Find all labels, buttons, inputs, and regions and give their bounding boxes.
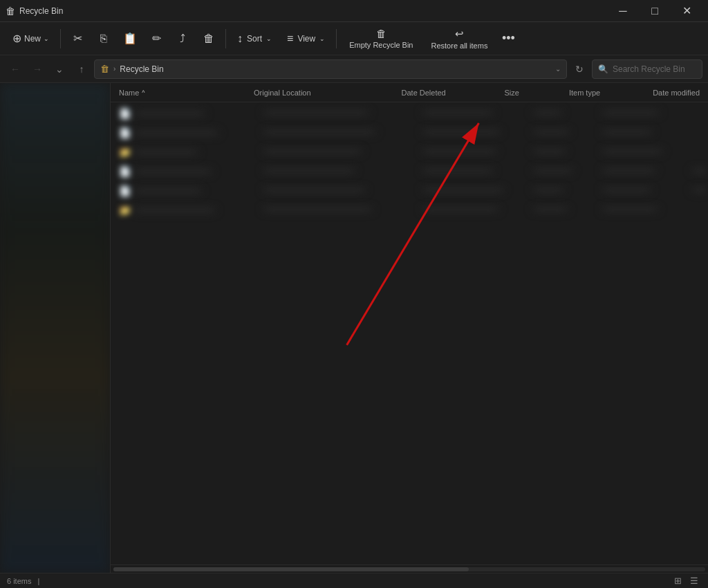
scroll-thumb <box>113 567 469 571</box>
window-title: Recycle Bin <box>19 6 63 16</box>
column-header-name[interactable]: Name ^ <box>113 83 248 102</box>
view-label: View <box>297 34 315 44</box>
main-container: Name ^ Original Location Date Deleted Si… <box>0 83 708 573</box>
annotation-arrow <box>111 102 708 380</box>
table-row[interactable]: 📁 <box>111 143 708 162</box>
table-row[interactable]: 📄 <box>111 123 708 143</box>
window-controls: ─ □ ✕ <box>607 0 702 22</box>
delete-button[interactable]: 🗑 <box>196 26 221 51</box>
title-bar-left: 🗑 Recycle Bin <box>6 6 63 17</box>
share-button[interactable]: ⤴ <box>170 26 195 51</box>
view-icon: ≡ <box>287 33 293 45</box>
file-icon: 📄 <box>119 108 131 119</box>
empty-recycle-label: Empty Recycle Bin <box>349 41 413 49</box>
file-icon: 📁 <box>119 205 131 216</box>
table-row[interactable]: 📄 <box>111 104 708 123</box>
scroll-track <box>113 567 705 571</box>
title-bar: 🗑 Recycle Bin ─ □ ✕ <box>0 0 708 22</box>
new-chevron-icon: ⌄ <box>44 35 49 42</box>
search-box[interactable]: 🔍 Search Recycle Bin <box>592 59 702 79</box>
file-icon: 📄 <box>119 127 131 138</box>
refresh-button[interactable]: ↻ <box>570 59 589 79</box>
toolbar-separator-1 <box>60 29 61 48</box>
sort-arrow-icon: ^ <box>142 89 145 96</box>
sort-button[interactable]: ↕ Sort ⌄ <box>230 25 279 53</box>
restore-all-label: Restore all items <box>431 42 487 50</box>
view-button[interactable]: ≡ View ⌄ <box>280 25 332 53</box>
table-row[interactable]: 📄 <box>111 162 708 181</box>
new-icon: ⊕ <box>12 32 21 45</box>
new-button[interactable]: ⊕ New ⌄ <box>6 25 56 53</box>
restore-all-button[interactable]: ↩ Restore all items <box>422 25 496 53</box>
address-dropdown-icon: ⌄ <box>555 65 561 73</box>
search-icon: 🔍 <box>598 64 608 74</box>
more-options-button[interactable]: ••• <box>497 26 519 51</box>
forward-button[interactable]: → <box>28 59 47 79</box>
file-icon: 📄 <box>119 166 131 177</box>
copy-button[interactable]: ⎘ <box>91 26 116 51</box>
file-icon: 📄 <box>119 185 131 196</box>
recent-locations-button[interactable]: ⌄ <box>50 59 69 79</box>
address-input[interactable]: 🗑 › Recycle Bin ⌄ <box>94 59 567 79</box>
horizontal-scrollbar[interactable] <box>111 564 708 573</box>
view-chevron-icon: ⌄ <box>319 35 325 42</box>
sort-icon: ↕ <box>237 33 243 45</box>
file-icon: 📁 <box>119 147 131 158</box>
restore-icon: ↩ <box>455 28 464 40</box>
minimize-button[interactable]: ─ <box>607 0 639 22</box>
column-header-item-type[interactable]: Item type <box>563 83 647 102</box>
up-button[interactable]: ↑ <box>72 59 91 79</box>
details-view-button[interactable]: ⊞ <box>671 575 684 587</box>
sort-label: Sort <box>247 34 262 44</box>
search-placeholder: Search Recycle Bin <box>613 64 685 74</box>
status-item-count: 6 items | <box>7 577 39 585</box>
file-area: Name ^ Original Location Date Deleted Si… <box>111 83 708 573</box>
column-header-date-deleted[interactable]: Date Deleted <box>396 83 499 102</box>
column-headers: Name ^ Original Location Date Deleted Si… <box>111 83 708 102</box>
table-row[interactable]: 📁 <box>111 201 708 220</box>
empty-recycle-bin-button[interactable]: 🗑 Empty Recycle Bin <box>341 25 421 53</box>
new-label: New <box>24 34 41 44</box>
sidebar <box>0 83 111 573</box>
folder-icon: 🗑 <box>100 64 109 74</box>
file-list-body[interactable]: 📄 📄 <box>111 102 708 564</box>
breadcrumb: Recycle Bin <box>120 64 551 74</box>
back-button[interactable]: ← <box>6 59 25 79</box>
sort-chevron-icon: ⌄ <box>266 35 272 42</box>
toolbar-separator-3 <box>336 29 337 48</box>
svg-line-1 <box>347 123 479 345</box>
maximize-button[interactable]: □ <box>639 0 671 22</box>
column-header-size[interactable]: Size <box>499 83 563 102</box>
empty-recycle-icon: 🗑 <box>376 28 386 39</box>
table-row[interactable]: 📄 <box>111 181 708 201</box>
toolbar-separator-2 <box>225 29 226 48</box>
close-button[interactable]: ✕ <box>671 0 702 22</box>
paste-button[interactable]: 📋 <box>118 26 142 51</box>
column-header-date-modified[interactable]: Date modified <box>647 83 705 102</box>
list-view-button[interactable]: ☰ <box>687 575 701 587</box>
rename-button[interactable]: ✏ <box>144 26 169 51</box>
status-bar: 6 items | ⊞ ☰ <box>0 573 708 588</box>
toolbar: ⊕ New ⌄ ✂ ⎘ 📋 ✏ ⤴ 🗑 ↕ Sort ⌄ ≡ View ⌄ 🗑 … <box>0 22 708 55</box>
status-view-controls: ⊞ ☰ <box>671 575 701 587</box>
cut-button[interactable]: ✂ <box>65 26 90 51</box>
sidebar-blur <box>0 83 110 573</box>
breadcrumb-separator: › <box>113 65 115 73</box>
address-bar: ← → ⌄ ↑ 🗑 › Recycle Bin ⌄ ↻ 🔍 Search Rec… <box>0 55 708 83</box>
recycle-bin-icon: 🗑 <box>6 6 15 17</box>
status-separator: | <box>38 577 40 585</box>
column-header-location[interactable]: Original Location <box>248 83 395 102</box>
